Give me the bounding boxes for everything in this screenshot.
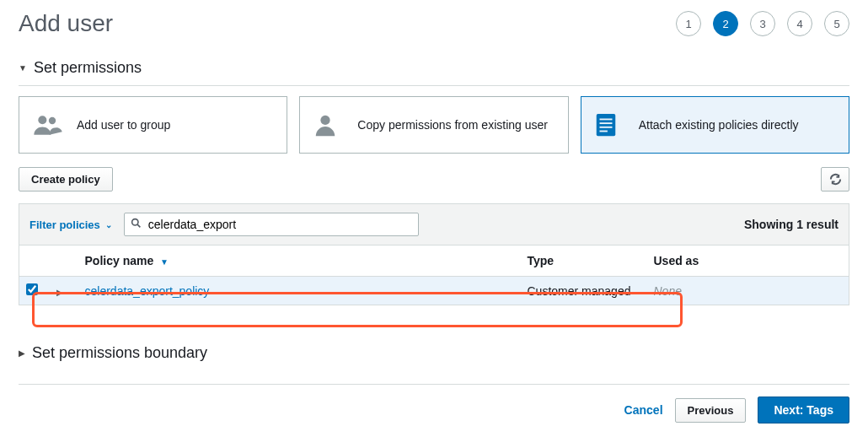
footer-bar: Cancel Previous Next: Tags bbox=[19, 384, 849, 435]
svg-point-8 bbox=[131, 219, 137, 225]
policy-toolbar: Create policy bbox=[19, 167, 849, 192]
step-4[interactable]: 4 bbox=[787, 11, 812, 36]
group-icon bbox=[31, 110, 65, 140]
wizard-steps: 1 2 3 4 5 bbox=[676, 11, 849, 36]
col-header-name[interactable]: Policy name ▼ bbox=[78, 245, 521, 277]
search-wrap bbox=[124, 213, 419, 236]
filter-label: Filter policies bbox=[29, 218, 100, 231]
step-5[interactable]: 5 bbox=[824, 11, 849, 36]
option-attach-policies[interactable]: Attach existing policies directly bbox=[581, 96, 849, 154]
previous-button[interactable]: Previous bbox=[675, 398, 747, 423]
policy-name-link[interactable]: celerdata_export_policy bbox=[85, 284, 210, 298]
create-policy-button[interactable]: Create policy bbox=[19, 167, 113, 192]
user-icon bbox=[312, 110, 346, 140]
svg-point-2 bbox=[321, 116, 330, 125]
policy-type: Customer managed bbox=[528, 284, 631, 298]
option-copy-permissions[interactable]: Copy permissions from existing user bbox=[299, 96, 568, 154]
expand-row-icon[interactable]: ▶ bbox=[56, 288, 63, 297]
option-attach-policies-label: Attach existing policies directly bbox=[639, 117, 799, 132]
filter-policies-dropdown[interactable]: Filter policies ⌄ bbox=[29, 218, 112, 231]
option-add-to-group-label: Add user to group bbox=[77, 117, 170, 132]
caret-down-icon: ▼ bbox=[19, 63, 27, 73]
section-permissions-title: Set permissions bbox=[34, 59, 142, 77]
search-input[interactable] bbox=[124, 213, 419, 236]
search-icon bbox=[131, 218, 142, 231]
policy-used-as: None bbox=[654, 284, 682, 298]
col-header-expand bbox=[50, 245, 78, 277]
divider bbox=[19, 85, 849, 86]
caret-right-icon: ▶ bbox=[19, 348, 25, 358]
step-1[interactable]: 1 bbox=[676, 11, 701, 36]
step-2[interactable]: 2 bbox=[713, 11, 738, 36]
option-add-to-group[interactable]: Add user to group bbox=[19, 96, 287, 154]
svg-point-0 bbox=[38, 116, 46, 124]
section-boundary-header[interactable]: ▶ Set permissions boundary bbox=[19, 339, 849, 367]
svg-line-9 bbox=[137, 224, 140, 227]
document-icon bbox=[593, 110, 627, 140]
table-row[interactable]: ▶ celerdata_export_policy Customer manag… bbox=[19, 277, 849, 305]
chevron-down-icon: ⌄ bbox=[105, 220, 112, 229]
svg-rect-3 bbox=[596, 114, 615, 136]
col-header-used[interactable]: Used as bbox=[647, 245, 849, 277]
col-header-check bbox=[19, 245, 50, 277]
refresh-button[interactable] bbox=[821, 167, 849, 192]
cancel-link[interactable]: Cancel bbox=[624, 403, 663, 417]
option-copy-permissions-label: Copy permissions from existing user bbox=[357, 117, 548, 132]
row-checkbox[interactable] bbox=[26, 283, 38, 295]
section-permissions-header[interactable]: ▼ Set permissions bbox=[19, 54, 849, 82]
policy-table: Policy name ▼ Type Used as ▶ celerdata_e… bbox=[19, 245, 849, 305]
svg-rect-4 bbox=[599, 119, 612, 121]
page-title: Add user bbox=[19, 10, 113, 37]
sort-indicator-icon: ▼ bbox=[160, 257, 169, 267]
step-3[interactable]: 3 bbox=[750, 11, 775, 36]
svg-point-1 bbox=[49, 117, 56, 124]
filter-bar: Filter policies ⌄ Showing 1 result bbox=[19, 203, 849, 245]
result-count: Showing 1 result bbox=[744, 218, 839, 231]
svg-rect-6 bbox=[599, 127, 612, 128]
section-boundary-title: Set permissions boundary bbox=[32, 344, 207, 362]
refresh-icon bbox=[829, 173, 842, 186]
svg-rect-7 bbox=[599, 131, 607, 132]
svg-rect-5 bbox=[599, 122, 612, 124]
next-button[interactable]: Next: Tags bbox=[758, 397, 849, 424]
page-header: Add user 1 2 3 4 5 bbox=[19, 0, 849, 54]
permission-options: Add user to group Copy permissions from … bbox=[19, 96, 849, 154]
col-header-type[interactable]: Type bbox=[521, 245, 647, 277]
